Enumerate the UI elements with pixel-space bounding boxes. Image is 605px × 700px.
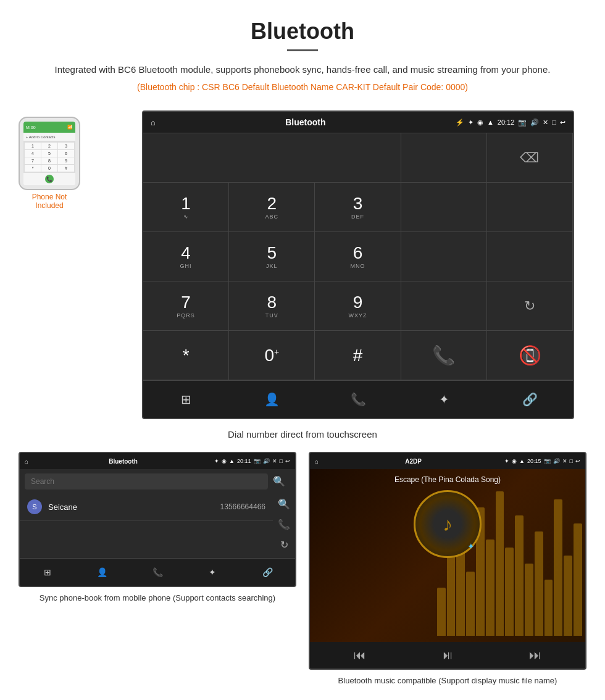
main-screen-section: M:00 📶 + Add to Contacts 1 2 3 4 5 6 7 8… (0, 110, 605, 419)
refresh-side-icon[interactable]: ↻ (280, 539, 288, 551)
bar-9 (515, 515, 524, 636)
bottom-nav: ⊞ 👤 📞 ✦ 🔗 (143, 380, 573, 418)
key-6[interactable]: 6 MNO (315, 232, 401, 281)
phone-mockup-container: M:00 📶 + Add to Contacts 1 2 3 4 5 6 7 8… (19, 117, 80, 210)
close-icon[interactable]: ✕ (543, 119, 548, 127)
music-controls: ⏮ ⏯ ⏭ (310, 642, 585, 669)
bar-10 (525, 564, 533, 636)
nav-phone[interactable]: 📞 (315, 387, 401, 412)
contacts-status-right: ✦ ◉ ▲ 20:11 📷 🔊 ✕ □ ↩ (214, 458, 290, 464)
phone-key-2: 2 (41, 143, 57, 149)
bar-2 (447, 556, 456, 636)
time-display: 20:12 (498, 119, 515, 126)
dial-empty-1 (401, 133, 487, 183)
call-green-icon: 📞 (432, 344, 455, 366)
contacts-screen: ⌂ Bluetooth ✦ ◉ ▲ 20:11 📷 🔊 ✕ □ ↩ 🔍 (19, 452, 296, 587)
contacts-nav-dialpad[interactable]: ⊞ (20, 562, 75, 582)
window-icon[interactable]: □ (552, 119, 556, 126)
refresh-button[interactable]: ↻ (487, 281, 573, 331)
contacts-search-icon[interactable]: 🔍 (268, 473, 290, 490)
music-screen-wrap: ⌂ A2DP ✦ ◉ ▲ 20:15 📷 🔊 ✕ □ ↩ (309, 452, 586, 687)
phone-side-icon[interactable]: 📞 (278, 519, 290, 530)
end-call-button[interactable]: 📵 (487, 331, 573, 380)
key-4[interactable]: 4 GHI (143, 232, 229, 281)
contacts-home-icon[interactable]: ⌂ (25, 458, 28, 465)
play-pause-icon[interactable]: ⏯ (441, 648, 454, 662)
dial-empty-2 (401, 183, 487, 232)
key-8[interactable]: 8 TUV (229, 281, 315, 331)
phone-top-bar: + Add to Contacts (23, 133, 75, 141)
bar-1 (437, 588, 446, 636)
contacts-screen-wrap: ⌂ Bluetooth ✦ ◉ ▲ 20:11 📷 🔊 ✕ □ ↩ 🔍 (19, 452, 296, 687)
call-red-icon: 📵 (519, 344, 541, 366)
backspace-icon: ⌫ (520, 150, 539, 166)
contacts-statusbar: ⌂ Bluetooth ✦ ◉ ▲ 20:11 📷 🔊 ✕ □ ↩ (20, 453, 295, 469)
bluetooth-specs: (Bluetooth chip : CSR BC6 Default Blueto… (37, 82, 568, 92)
key-3[interactable]: 3 DEF (315, 183, 401, 232)
contacts-nav-phone[interactable]: 📞 (130, 562, 185, 582)
phone-key-9: 9 (58, 157, 74, 164)
contacts-main: S Seicane 13566664466 🔍 📞 ↻ (20, 493, 295, 558)
location-icon: ◉ (477, 119, 483, 127)
skip-forward-icon[interactable]: ⏭ (529, 648, 541, 662)
dial-empty-6 (401, 281, 487, 331)
contact-number: 13566664466 (220, 502, 265, 511)
nav-link[interactable]: 🔗 (487, 387, 573, 412)
contacts-time: 20:11 (237, 458, 251, 464)
dial-empty-5 (487, 232, 573, 281)
key-star[interactable]: * (143, 331, 229, 380)
phone-key-star: * (25, 165, 41, 172)
song-title: Escape (The Pina Colada Song) (394, 475, 501, 484)
contacts-search-input[interactable] (25, 473, 268, 490)
key-hash[interactable]: # (315, 331, 401, 380)
key-1[interactable]: 1 ∿ (143, 183, 229, 232)
phone-key-3: 3 (58, 143, 74, 149)
statusbar-right: ⚡ ✦ ◉ ▲ 20:12 📷 🔊 ✕ □ ↩ (456, 119, 565, 127)
phone-key-5: 5 (41, 150, 57, 157)
music-time: 20:15 (527, 458, 541, 464)
contacts-nav-link[interactable]: 🔗 (240, 562, 295, 582)
home-icon[interactable]: ⌂ (151, 118, 156, 127)
music-screen: ⌂ A2DP ✦ ◉ ▲ 20:15 📷 🔊 ✕ □ ↩ (309, 452, 586, 670)
volume-icon: 🔊 (530, 119, 539, 127)
nav-dialpad[interactable]: ⊞ (143, 387, 229, 412)
contacts-nav-person[interactable]: 👤 (75, 562, 130, 582)
key-0[interactable]: 0+ (229, 331, 315, 380)
statusbar-left: ⌂ (151, 118, 156, 127)
key-9[interactable]: 9 WXYZ (315, 281, 401, 331)
bar-14 (564, 556, 572, 636)
album-art: ♪ ✦ (414, 490, 482, 558)
page-header: Bluetooth Integrated with BC6 Bluetooth … (0, 0, 605, 110)
music-caption: Bluetooth music compatible (Support disp… (309, 670, 586, 687)
bar-12 (544, 580, 553, 636)
phone-bottom: 📞 (23, 173, 75, 185)
nav-contacts[interactable]: 👤 (229, 387, 315, 412)
bluetooth-badge-icon: ✦ (467, 541, 475, 551)
contact-item[interactable]: S Seicane 13566664466 (20, 493, 273, 521)
bar-13 (554, 499, 562, 636)
contact-name: Seicane (48, 502, 220, 512)
bar-11 (535, 531, 543, 636)
contacts-nav-bluetooth[interactable]: ✦ (185, 562, 240, 582)
contacts-search-area: 🔍 (20, 469, 295, 493)
contacts-spacer (20, 521, 273, 558)
music-statusbar: ⌂ A2DP ✦ ◉ ▲ 20:15 📷 🔊 ✕ □ ↩ (310, 453, 585, 469)
key-7[interactable]: 7 PQRS (143, 281, 229, 331)
bar-4 (466, 572, 475, 636)
phone-not-included-label: Phone Not Included (19, 193, 80, 210)
music-title: A2DP (322, 458, 504, 465)
key-2[interactable]: 2 ABC (229, 183, 315, 232)
phone-key-8: 8 (41, 157, 57, 164)
skip-back-icon[interactable]: ⏮ (354, 648, 366, 662)
call-button[interactable]: 📞 (401, 331, 487, 380)
music-note-icon: ♪ (443, 513, 453, 536)
key-5[interactable]: 5 JKL (229, 232, 315, 281)
statusbar-title: Bluetooth (156, 117, 456, 127)
back-icon[interactable]: ↩ (560, 119, 565, 127)
camera-icon: 📷 (518, 119, 527, 127)
search-side-icon[interactable]: 🔍 (278, 498, 290, 510)
nav-bluetooth[interactable]: ✦ (401, 387, 487, 412)
phone-key-hash: # (58, 165, 74, 172)
backspace-button[interactable]: ⌫ (487, 133, 573, 183)
music-home-icon[interactable]: ⌂ (315, 458, 319, 465)
